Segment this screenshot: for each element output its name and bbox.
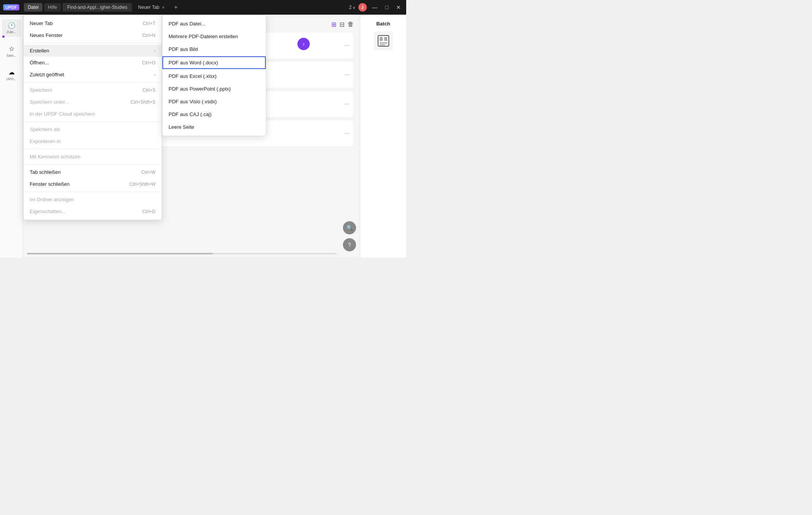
maximize-button[interactable]: □ (383, 3, 391, 11)
favorites-icon: ☆ (8, 45, 15, 53)
menu-neues-fenster[interactable]: Neues Fenster Ctrl+N (24, 29, 162, 41)
sidebar: 🕐 Zule... ☆ Sam... ☁ UPD... (0, 15, 23, 258)
titlebar: UPDF Datei Hilfe Find-and-Appl...igher-S… (0, 0, 406, 15)
list-view-icon[interactable]: ⊟ (339, 21, 344, 28)
menu-kennwort: Mit Kennwort schützen (24, 151, 162, 163)
menu-neues-fenster-shortcut: Ctrl+N (142, 33, 155, 38)
tab-neuer-tab[interactable]: Neuer Tab ✕ (133, 3, 169, 12)
tab-find-studies[interactable]: Find-and-Appl...igher-Studies (62, 3, 132, 12)
tab-count[interactable]: 2 ∨ (349, 5, 355, 10)
submenu-pdf-excel[interactable]: PDF aus Excel (.xlsx) (162, 70, 266, 82)
submenu-pdf-caj[interactable]: PDF aus CAJ (.caj) (162, 108, 266, 121)
menu-oeffnen[interactable]: Öffnen... Ctrl+O (24, 57, 162, 69)
submenu-pdf-caj-label: PDF aus CAJ (.caj) (169, 111, 211, 117)
menu-cloud-speichern-label: In der UPDF Cloud speichern (30, 111, 95, 117)
menu-tab-schliessen-shortcut: Ctrl+W (141, 170, 155, 175)
submenu-mehrere-pdf-label: Mehrere PDF-Dateien erstellen (169, 34, 238, 39)
menu-eigenschaften-label: Eigenschaften... (30, 209, 66, 214)
menu-fenster-schliessen[interactable]: Fenster schließen Ctrl+Shift+W (24, 178, 162, 190)
menu-kennwort-label: Mit Kennwort schützen (30, 154, 81, 160)
menu-erstellen-arrow-icon: › (154, 48, 155, 54)
menu-tab-schliessen-label: Tab schließen (30, 169, 61, 175)
menu-zuletzt-label: Zuletzt geöffnet (30, 72, 64, 77)
menu-divider-6 (24, 192, 162, 192)
tab-find-studies-label: Find-and-Appl...igher-Studies (67, 5, 127, 10)
menu-erstellen[interactable]: Erstellen › (24, 45, 162, 57)
submenu-mehrere-pdf[interactable]: Mehrere PDF-Dateien erstellen (162, 30, 266, 43)
menu-oeffnen-label: Öffnen... (30, 60, 49, 66)
search-button[interactable]: 🔍 (343, 221, 356, 234)
menu-cloud-speichern: In der UPDF Cloud speichern (24, 108, 162, 120)
file-actions-2[interactable]: ··· (344, 71, 349, 78)
close-button[interactable]: ✕ (394, 3, 403, 11)
submenu-pdf-bild[interactable]: PDF aus Bild (162, 43, 266, 56)
file-actions-4[interactable]: ··· (344, 130, 349, 137)
sidebar-favorites-label: Sam... (6, 54, 16, 58)
sidebar-active-dot (2, 35, 5, 38)
cloud-icon: ☁ (8, 69, 15, 76)
menu-tab-schliessen[interactable]: Tab schließen Ctrl+W (24, 166, 162, 178)
submenu-pdf-visio[interactable]: PDF aus Visio (.vsdx) (162, 95, 266, 108)
submenu-leere-seite[interactable]: Leere Seite (162, 121, 266, 133)
submenu-pdf-datei-label: PDF aus Datei... (169, 21, 205, 27)
sidebar-item-recent[interactable]: 🕐 Zule... (2, 19, 21, 37)
file-menu: Neuer Tab Ctrl+T Neues Fenster Ctrl+N Er… (23, 15, 162, 220)
sidebar-cloud-label: UPD... (6, 77, 17, 81)
file-actions-3[interactable]: ··· (344, 101, 349, 108)
submenu-pdf-excel-label: PDF aus Excel (.xlsx) (169, 73, 216, 79)
menu-speichern-als-label: Speichern als (30, 126, 60, 132)
batch-title: Batch (376, 21, 390, 27)
menu-ordner: Im Ordner anzeigen (24, 194, 162, 205)
grid-view-icon[interactable]: ⊞ (331, 21, 336, 28)
submenu-pdf-bild-label: PDF aus Bild (169, 46, 198, 52)
submenu-pdf-word[interactable]: PDF aus Word (.docx) (162, 56, 266, 69)
menu-zuletzt-arrow-icon: › (154, 72, 155, 77)
menu-speichern-als: Speichern als (24, 123, 162, 135)
tab-neuer-tab-label: Neuer Tab (138, 5, 159, 10)
expand-arrow-button[interactable]: › (297, 38, 310, 50)
file-actions-1[interactable]: ··· (344, 42, 349, 49)
user-avatar[interactable]: J (358, 3, 367, 12)
batch-icon[interactable] (374, 31, 393, 50)
erstellen-submenu: PDF aus Datei... Mehrere PDF-Dateien ers… (162, 15, 266, 136)
menu-speichern: Speichern Ctrl+S (24, 84, 162, 96)
submenu-pdf-pptx[interactable]: PDF aus PowerPoint (.pptx) (162, 82, 266, 95)
menu-speichern-unter-label: Speichern unter... (30, 99, 69, 105)
sidebar-item-cloud[interactable]: ☁ UPD... (2, 66, 21, 84)
new-tab-button[interactable]: + (171, 3, 181, 12)
menu-neuer-tab[interactable]: Neuer Tab Ctrl+T (24, 17, 162, 29)
delete-icon[interactable]: 🗑 (348, 21, 354, 28)
toolbar-icons: ⊞ ⊟ 🗑 (331, 21, 354, 28)
menu-speichern-unter: Speichern unter... Ctrl+Shift+S (24, 96, 162, 108)
menu-eigenschaften-shortcut: Ctrl+D (142, 209, 155, 214)
menu-datei[interactable]: Datei (24, 3, 42, 12)
tab-neuer-tab-close[interactable]: ✕ (162, 5, 165, 10)
menu-exportieren: Exportieren in (24, 135, 162, 147)
arrow-icon: › (303, 41, 305, 47)
sidebar-item-favorites[interactable]: ☆ Sam... (2, 43, 21, 60)
menu-ordner-label: Im Ordner anzeigen (30, 197, 74, 202)
app-logo: UPDF (3, 4, 19, 10)
svg-rect-17 (380, 37, 383, 41)
recent-icon: 🕐 (8, 22, 15, 29)
menu-erstellen-label: Erstellen (30, 48, 49, 54)
menu-divider-1 (24, 43, 162, 43)
svg-rect-19 (380, 42, 387, 44)
sidebar-recent-label: Zule... (7, 30, 16, 34)
submenu-pdf-visio-label: PDF aus Visio (.vsdx) (169, 99, 217, 104)
menu-speichern-unter-shortcut: Ctrl+Shift+S (130, 99, 155, 105)
submenu-pdf-pptx-label: PDF aus PowerPoint (.pptx) (169, 86, 231, 92)
menu-eigenschaften: Eigenschaften... Ctrl+D (24, 205, 162, 217)
menu-hilfe[interactable]: Hilfe (44, 3, 61, 12)
minimize-button[interactable]: — (370, 3, 380, 11)
menu-neues-fenster-label: Neues Fenster (30, 32, 62, 38)
menu-fenster-schliessen-label: Fenster schließen (30, 181, 69, 187)
menu-exportieren-label: Exportieren in (30, 138, 61, 144)
menu-neuer-tab-label: Neuer Tab (30, 20, 53, 26)
submenu-pdf-datei[interactable]: PDF aus Datei... (162, 17, 266, 30)
svg-rect-20 (380, 44, 385, 45)
help-button[interactable]: ? (343, 238, 356, 251)
menu-zuletzt[interactable]: Zuletzt geöffnet › (24, 69, 162, 81)
menu-speichern-label: Speichern (30, 87, 52, 93)
menu-neuer-tab-shortcut: Ctrl+T (143, 21, 155, 26)
